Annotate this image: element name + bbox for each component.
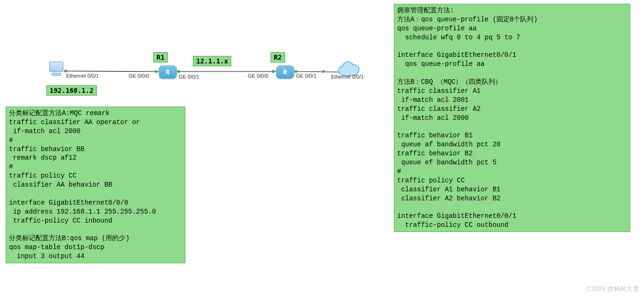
network-topology: R1 R2 12.1.1.x 192.168.1.2 Ethernet 0/0/… bbox=[0, 0, 388, 95]
svg-line-0 bbox=[64, 71, 159, 72]
router-r1 bbox=[159, 65, 177, 79]
router-icon bbox=[276, 65, 294, 79]
svg-point-8 bbox=[322, 70, 325, 73]
pc-device bbox=[47, 62, 65, 76]
svg-line-2 bbox=[293, 72, 339, 72]
svg-point-4 bbox=[155, 70, 157, 73]
r1-label: R1 bbox=[153, 52, 168, 63]
port-label-r2-left: GE 0/0/0 bbox=[248, 73, 268, 79]
pc-ip-label: 192.168.1.2 bbox=[46, 85, 97, 96]
router-icon bbox=[159, 65, 177, 79]
port-label-r1-left: GE 0/0/0 bbox=[129, 73, 149, 79]
port-label-r2-right: GE 0/0/1 bbox=[296, 73, 316, 79]
r2-label: R2 bbox=[270, 52, 285, 63]
marker-plus-icon: + bbox=[445, 97, 449, 104]
port-label-r1-right: GE 0/0/1 bbox=[179, 74, 199, 80]
watermark-text: CSDN @林间大雪 bbox=[587, 285, 639, 293]
subnet-label: 12.1.1.x bbox=[193, 56, 231, 66]
port-label-pc: Ethernet 0/0/1 bbox=[66, 73, 99, 79]
config-box-left: 分类标记配置方法A:MQC remark traffic classifier … bbox=[6, 107, 185, 263]
topology-wires bbox=[0, 0, 388, 95]
svg-point-6 bbox=[272, 70, 275, 73]
router-r2 bbox=[276, 65, 294, 79]
port-label-cloud: Ethernet 0/0/1 bbox=[331, 74, 364, 80]
pc-icon bbox=[47, 62, 65, 76]
config-box-right: 拥塞管理配置方法: 方法A：qos queue-profile (固定8个队列)… bbox=[394, 4, 630, 232]
svg-point-5 bbox=[177, 70, 180, 73]
